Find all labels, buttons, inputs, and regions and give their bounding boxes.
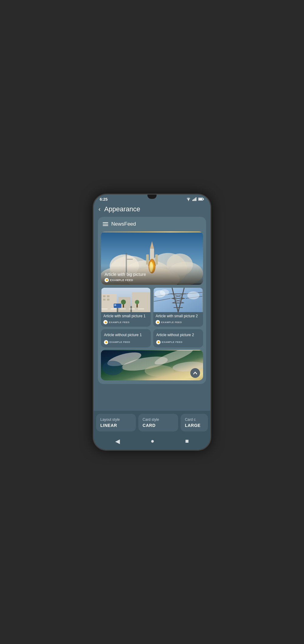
rss-icon-nopic1: ◉: [104, 340, 108, 344]
layout-style-label: Layout style: [100, 417, 132, 422]
page-title: Appearance: [104, 205, 140, 213]
svg-rect-33: [107, 295, 109, 297]
svg-rect-25: [146, 254, 149, 265]
scroll-up-button[interactable]: [190, 368, 200, 378]
nav-back-button[interactable]: ◀: [115, 438, 120, 445]
no-pic-articles-row: Article without picture 1 ◉ EXAMPLE FEED…: [101, 329, 203, 347]
chevron-up-icon: [193, 371, 197, 375]
layout-style-card[interactable]: Layout style LINEAR: [96, 414, 136, 431]
tower-scene: [153, 288, 203, 312]
svg-rect-45: [129, 308, 135, 309]
no-pic-article-1-feed-label: EXAMPLE FEED: [109, 341, 130, 343]
earth-image: [101, 350, 203, 380]
svg-rect-42: [102, 308, 108, 309]
card-style-label: Card style: [143, 417, 174, 422]
small-article-1-image: [101, 288, 151, 312]
svg-rect-3: [195, 198, 195, 201]
svg-point-0: [188, 200, 189, 201]
phone-frame: 6:25: [93, 194, 211, 451]
rss-icon-small2: ◉: [156, 320, 160, 324]
street-scene: [101, 288, 151, 312]
back-button[interactable]: ‹: [98, 206, 101, 213]
earth-card[interactable]: [101, 350, 203, 380]
battery-icon: [198, 197, 204, 201]
small-article-1-feed-label: EXAMPLE FEED: [109, 321, 130, 324]
no-pic-article-2-feed-label: EXAMPLE FEED: [162, 341, 182, 343]
big-article-feed-badge: ◉ EXAMPLE FEED: [105, 278, 199, 282]
small-article-2-feed: ◉ EXAMPLE FEED: [156, 320, 201, 324]
svg-rect-7: [199, 199, 202, 200]
layout-style-value: LINEAR: [100, 423, 132, 428]
svg-point-63: [160, 289, 169, 295]
no-pic-article-1[interactable]: Article without picture 1 ◉ EXAMPLE FEED: [101, 329, 151, 347]
preview-card: NewsFeed: [98, 217, 206, 384]
status-icons: [186, 197, 204, 201]
card-size-card[interactable]: Card c LARGE: [181, 414, 208, 431]
top-bar: ‹ Appearance: [94, 203, 210, 217]
no-pic-article-2-title: Article without picture 2: [156, 333, 200, 338]
big-article-overlay: Article with big picture ◉ EXAMPLE FEED: [101, 266, 203, 285]
svg-point-39: [135, 300, 139, 304]
svg-point-70: [102, 361, 123, 375]
svg-point-71: [145, 365, 174, 377]
small-article-2-info: Article with small picture 2 ◉ EXAMPLE F…: [153, 312, 203, 327]
no-pic-article-1-feed: ◉ EXAMPLE FEED: [104, 340, 148, 344]
small-articles-row: Article with small picture 1 ◉ EXAMPLE F…: [101, 288, 203, 327]
svg-rect-26: [155, 254, 158, 265]
content-scroll[interactable]: NewsFeed: [94, 217, 210, 411]
small-article-2-feed-label: EXAMPLE FEED: [161, 321, 182, 324]
rss-icon-big: ◉: [105, 278, 109, 282]
newsfeed-header: NewsFeed: [98, 217, 206, 231]
hamburger-icon: [103, 222, 108, 226]
no-pic-article-2-feed: ◉ EXAMPLE FEED: [156, 340, 200, 344]
rss-icon-small1: ◉: [103, 320, 108, 324]
card-size-value: LARGE: [185, 423, 204, 428]
svg-rect-41: [114, 304, 116, 306]
status-time: 6:25: [100, 197, 108, 202]
svg-rect-34: [103, 299, 105, 301]
nav-bar: ◀ ● ■: [94, 435, 210, 450]
big-article[interactable]: Article with big picture ◉ EXAMPLE FEED: [101, 231, 203, 285]
small-article-2-title: Article with small picture 2: [156, 314, 201, 319]
svg-rect-4: [196, 197, 197, 201]
small-article-1[interactable]: Article with small picture 1 ◉ EXAMPLE F…: [101, 288, 151, 327]
phone-screen: 6:25: [94, 195, 210, 450]
rss-icon-nopic2: ◉: [156, 340, 161, 344]
svg-rect-46: [138, 308, 144, 309]
svg-rect-32: [103, 295, 105, 297]
small-article-1-title: Article with small picture 1: [103, 314, 148, 319]
big-article-title: Article with big picture: [105, 272, 199, 277]
small-article-1-info: Article with small picture 1 ◉ EXAMPLE F…: [101, 312, 151, 327]
small-article-2[interactable]: Article with small picture 2 ◉ EXAMPLE F…: [153, 288, 203, 327]
options-bar: Layout style LINEAR Card style CARD Card…: [94, 411, 210, 435]
svg-rect-1: [192, 200, 193, 201]
svg-rect-43: [111, 308, 117, 309]
svg-rect-18: [127, 259, 133, 259]
no-pic-article-1-title: Article without picture 1: [104, 333, 148, 338]
newsfeed-title: NewsFeed: [111, 221, 136, 227]
card-size-label: Card c: [185, 417, 204, 422]
svg-rect-6: [203, 199, 204, 200]
no-pic-article-2[interactable]: Article without picture 2 ◉ EXAMPLE FEED: [153, 329, 203, 347]
signal-icon: [192, 197, 197, 201]
card-style-card[interactable]: Card style CARD: [138, 414, 178, 431]
nav-recent-button[interactable]: ■: [185, 438, 189, 445]
earth-scene: [101, 350, 203, 380]
big-article-feed-label: EXAMPLE FEED: [110, 279, 133, 282]
small-article-2-image: [153, 288, 203, 312]
small-article-1-feed: ◉ EXAMPLE FEED: [103, 320, 148, 324]
wifi-icon: [186, 197, 191, 201]
svg-rect-44: [120, 308, 126, 309]
svg-point-64: [187, 291, 199, 299]
nav-home-button[interactable]: ●: [150, 438, 154, 445]
svg-point-37: [121, 300, 126, 304]
svg-rect-2: [194, 199, 195, 201]
svg-rect-35: [107, 299, 109, 301]
card-style-value: CARD: [143, 423, 174, 428]
